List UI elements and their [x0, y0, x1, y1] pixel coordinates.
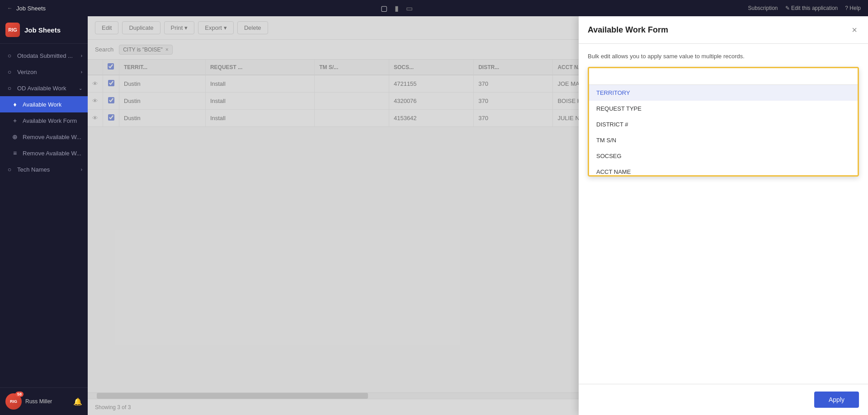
monitor-icon[interactable]: ▢	[381, 4, 387, 13]
dropdown-item-socseg[interactable]: SOCSEG	[589, 148, 858, 164]
sidebar-logo: RIG	[5, 23, 20, 37]
subscription-link[interactable]: Subscription	[748, 5, 778, 11]
dropdown-item-acct-name[interactable]: ACCT NAME	[589, 164, 858, 175]
sidebar-item-remove-1[interactable]: ⊕ Remove Available W...	[0, 129, 88, 145]
side-panel: Available Work Form × Bulk edit allows y…	[579, 16, 868, 415]
edit-app-link[interactable]: ✎ Edit this application	[785, 5, 838, 11]
apply-button[interactable]: Apply	[814, 392, 859, 408]
sidebar-item-verizon[interactable]: ○ Verizon ›	[0, 64, 88, 80]
chevron-icon: ›	[81, 53, 82, 58]
help-icon: ?	[845, 5, 848, 11]
panel-header: Available Work Form ×	[579, 16, 868, 44]
sidebar-label-tech: Tech Names	[17, 166, 50, 173]
notification-badge: 58	[15, 392, 24, 397]
sidebar-label-otodata: Otodata Submitted ...	[17, 52, 73, 59]
sidebar-footer: RIG 58 Russ Miller 🔔	[0, 387, 88, 415]
sidebar-label-remove1: Remove Available W...	[23, 134, 81, 140]
help-link[interactable]: ? Help	[845, 5, 861, 11]
sidebar-label-verizon: Verizon	[17, 69, 37, 75]
sidebar-label-od: OD Available Work	[17, 85, 66, 92]
available-work-icon: ♦	[11, 101, 19, 108]
tech-icon: ○	[5, 166, 14, 173]
panel-hint: Bulk edit allows you to apply same value…	[588, 53, 859, 60]
content-area: Edit Duplicate Print ▾ Export ▾ Delete S…	[88, 16, 868, 415]
sidebar-label-available-work: Available Work	[23, 101, 61, 108]
back-icon[interactable]: ←	[7, 5, 13, 11]
sidebar-label-form: Available Work Form	[23, 117, 77, 124]
sidebar-item-available-work-form[interactable]: + Available Work Form	[0, 112, 88, 129]
remove2-icon: ≡	[11, 149, 19, 157]
sidebar-item-tech-names[interactable]: ○ Tech Names ›	[0, 161, 88, 177]
dropdown-search-input[interactable]	[589, 68, 858, 85]
edit-icon: ✎	[785, 5, 790, 11]
dropdown-item-district[interactable]: DISTRICT #	[589, 117, 858, 132]
bell-icon[interactable]: 🔔	[73, 397, 82, 406]
sidebar-item-available-work[interactable]: ♦ Available Work	[0, 96, 88, 112]
sidebar: RIG Job Sheets ○ Otodata Submitted ... ›…	[0, 16, 88, 415]
remove1-icon: ⊕	[11, 133, 19, 140]
sidebar-nav: ○ Otodata Submitted ... › ○ Verizon › ○ …	[0, 44, 88, 387]
dropdown-item-tm-sn[interactable]: TM S/N	[589, 132, 858, 148]
sidebar-label-remove2: Remove Available W...	[23, 150, 81, 157]
od-icon: ○	[5, 84, 14, 92]
username: Russ Miller	[25, 398, 52, 405]
tablet-icon[interactable]: ▮	[395, 4, 399, 13]
top-bar: ← Job Sheets ▢ ▮ ▭ Subscription ✎ Edit t…	[0, 0, 868, 16]
sidebar-item-remove-2[interactable]: ≡ Remove Available W...	[0, 145, 88, 161]
chevron-icon: ›	[81, 167, 82, 172]
sidebar-app-title: Job Sheets	[24, 26, 61, 34]
avatar[interactable]: RIG 58	[5, 393, 22, 410]
panel-title: Available Work Form	[588, 25, 668, 35]
form-icon: +	[11, 117, 19, 124]
chevron-icon: ›	[81, 70, 82, 75]
sidebar-header: RIG Job Sheets	[0, 16, 88, 44]
otodata-icon: ○	[5, 52, 14, 59]
panel-footer: Apply	[579, 384, 868, 415]
panel-body: Bulk edit allows you to apply same value…	[579, 44, 868, 384]
dropdown-item-territory[interactable]: TERRITORY	[589, 85, 858, 101]
dropdown-item-request-type[interactable]: REQUEST TYPE	[589, 101, 858, 117]
field-dropdown: TERRITORYREQUEST TYPEDISTRICT #TM S/NSOC…	[588, 67, 859, 177]
mobile-icon[interactable]: ▭	[406, 4, 413, 13]
sidebar-item-otodata[interactable]: ○ Otodata Submitted ... ›	[0, 47, 88, 64]
sidebar-item-od-available-work[interactable]: ○ OD Available Work ⌄	[0, 80, 88, 96]
panel-close-button[interactable]: ×	[850, 23, 859, 36]
chevron-down-icon: ⌄	[79, 86, 82, 91]
verizon-icon: ○	[5, 68, 14, 75]
dropdown-list: TERRITORYREQUEST TYPEDISTRICT #TM S/NSOC…	[589, 85, 858, 175]
app-title: Job Sheets	[16, 5, 46, 12]
